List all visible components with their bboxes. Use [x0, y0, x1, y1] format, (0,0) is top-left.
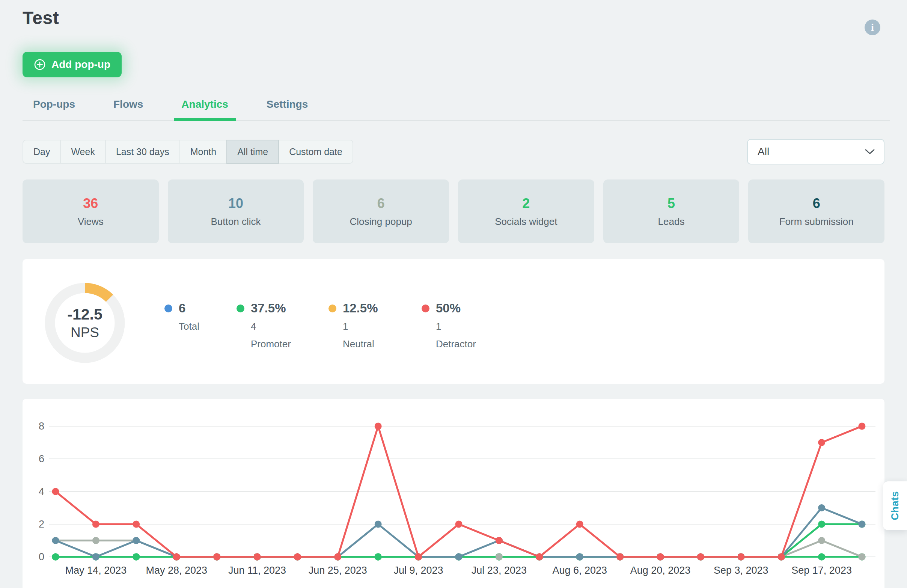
popup-filter-select[interactable]: All: [747, 139, 885, 165]
series-red-point: [818, 439, 825, 446]
stat-value: 6: [813, 195, 820, 211]
zero-baseline-point: [133, 553, 139, 561]
x-tick-label: Sep 3, 2023: [714, 565, 768, 576]
zero-baseline-point: [818, 553, 825, 561]
legend-line: Promoter: [251, 338, 291, 350]
x-tick-label: Jul 9, 2023: [394, 565, 443, 576]
x-tick-label: Jun 25, 2023: [309, 565, 367, 576]
tab-pop-ups[interactable]: Pop-ups: [28, 95, 80, 120]
zero-baseline-point: [495, 553, 503, 561]
series-red-point: [495, 537, 503, 544]
y-tick-label: 0: [38, 551, 44, 562]
stat-card-leads: 5Leads: [603, 179, 740, 243]
legend-line: 1: [436, 320, 476, 332]
x-tick-label: May 14, 2023: [65, 565, 127, 576]
zero-baseline-point: [737, 553, 744, 561]
zero-baseline-point: [294, 553, 301, 561]
chevron-down-icon: [864, 148, 875, 155]
tab-analytics[interactable]: Analytics: [176, 95, 234, 120]
x-tick-label: Aug 6, 2023: [552, 565, 607, 576]
info-icon-glyph: i: [871, 21, 874, 34]
series-steel-blue-point: [859, 521, 866, 528]
legend-value: 37.5%: [251, 301, 286, 316]
stat-card-socials-widget: 2Socials widget: [458, 179, 594, 243]
legend-dot-icon: [237, 304, 244, 312]
x-tick-label: Jun 11, 2023: [228, 565, 286, 576]
zero-baseline-point: [576, 553, 583, 561]
legend-line: 4: [251, 320, 291, 332]
zero-baseline-point: [375, 553, 382, 561]
filter-custom-date[interactable]: Custom date: [278, 140, 353, 164]
stat-cards: 36Views10Button click6Closing popup2Soci…: [22, 179, 885, 243]
filter-day[interactable]: Day: [22, 140, 61, 164]
zero-baseline-point: [859, 553, 866, 561]
stat-card-form-submission: 6Form submission: [748, 179, 885, 243]
series-steel-blue-point: [52, 537, 59, 544]
y-tick-label: 6: [38, 453, 44, 465]
nps-score-label: NPS: [71, 325, 99, 341]
x-tick-label: Aug 20, 2023: [630, 565, 691, 576]
zero-baseline-point: [778, 553, 785, 561]
zero-baseline-point: [536, 553, 543, 561]
zero-baseline-point: [697, 553, 704, 561]
popup-filter-value: All: [758, 146, 769, 158]
legend-item-total: 6Total: [164, 301, 199, 338]
series-green-line: [56, 524, 862, 557]
filter-month[interactable]: Month: [179, 140, 227, 164]
chats-label: Chats: [889, 491, 901, 521]
legend-value: 12.5%: [343, 301, 378, 316]
stat-card-closing-popup: 6Closing popup: [313, 179, 449, 243]
series-steel-blue-point: [818, 504, 825, 511]
zero-baseline-point: [52, 553, 59, 561]
series-gray-point: [92, 537, 99, 544]
stat-label: Views: [78, 216, 104, 228]
nps-center: -12.5 NPS: [40, 278, 130, 368]
page-title: Test: [22, 8, 59, 28]
legend-line: Detractor: [436, 338, 476, 350]
line-chart: 02468May 14, 2023May 28, 2023Jun 11, 202…: [22, 399, 885, 588]
zero-baseline-point: [334, 553, 341, 561]
filter-all-time[interactable]: All time: [226, 140, 279, 164]
legend-dot-icon: [329, 304, 337, 312]
series-red-point: [455, 521, 463, 528]
filter-week[interactable]: Week: [60, 140, 106, 164]
stat-label: Socials widget: [495, 216, 557, 228]
y-tick-label: 4: [38, 486, 44, 497]
series-steel-blue-line: [56, 508, 862, 557]
series-steel-blue-point: [133, 537, 139, 544]
tab-flows[interactable]: Flows: [108, 95, 148, 120]
series-red-point: [92, 521, 99, 528]
stat-label: Form submission: [779, 216, 854, 228]
stat-value: 6: [377, 195, 385, 211]
plus-circle-icon: [34, 59, 46, 70]
zero-baseline-point: [415, 553, 422, 561]
series-red-point: [859, 423, 866, 430]
zero-baseline-point: [173, 553, 180, 561]
zero-baseline-point: [657, 553, 664, 561]
legend-item-neutral: 12.5%1Neutral: [329, 301, 378, 350]
time-filter-group: DayWeekLast 30 daysMonthAll timeCustom d…: [22, 140, 353, 164]
series-gray-point: [818, 537, 825, 544]
chats-tab[interactable]: Chats: [883, 481, 907, 530]
series-red-point: [133, 521, 139, 528]
tab-settings[interactable]: Settings: [261, 95, 313, 120]
stat-label: Closing popup: [350, 216, 412, 228]
stat-card-button-click: 10Button click: [168, 179, 304, 243]
nps-score: -12.5: [67, 306, 102, 323]
x-tick-label: May 28, 2023: [146, 565, 207, 576]
chart-panel: 02468May 14, 2023May 28, 2023Jun 11, 202…: [22, 399, 885, 588]
stat-value: 2: [522, 195, 530, 211]
page-info-icon[interactable]: i: [865, 19, 880, 35]
stat-label: Leads: [658, 216, 685, 228]
legend-value: 6: [179, 301, 186, 316]
zero-baseline-point: [213, 553, 220, 561]
x-tick-label: Sep 17, 2023: [792, 565, 852, 576]
series-red-point: [52, 488, 59, 495]
series-red-point: [375, 423, 382, 430]
zero-baseline-point: [455, 553, 463, 561]
filter-last-30-days[interactable]: Last 30 days: [105, 140, 180, 164]
add-popup-button[interactable]: Add pop-up: [22, 52, 122, 77]
zero-baseline-point: [617, 553, 623, 561]
legend-item-detractor: 50%1Detractor: [421, 301, 476, 350]
legend-value: 50%: [436, 301, 461, 316]
